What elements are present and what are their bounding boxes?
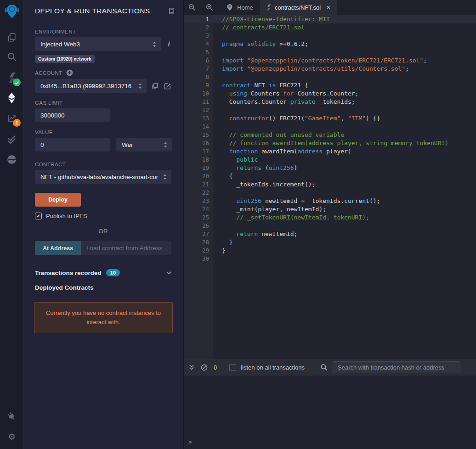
sidebar-item-plugin-manager[interactable] [0, 407, 23, 426]
icon-sidebar: 1 ⚙ [0, 0, 24, 449]
deploy-button[interactable]: Deploy [35, 193, 81, 207]
code-line: 16 // function awardItem(address player,… [184, 139, 476, 147]
sidebar-item-analytics[interactable]: 1 [0, 108, 23, 128]
search-icon [7, 52, 17, 62]
code-line: 22 [184, 189, 476, 197]
sidebar-item-search[interactable] [0, 47, 23, 67]
code-line: 15 // commented out unused variable [184, 131, 476, 139]
terminal-tx-count: 0 [214, 364, 217, 371]
terminal-prompt: > [188, 438, 192, 445]
tab-contracts-nft-sol[interactable]: contracts/NFT.sol ✕ [260, 0, 338, 15]
no-instances-alert: Currently you have no contract instances… [34, 302, 173, 333]
code-line: 20 { [184, 172, 476, 180]
gas-limit-label: GAS LIMIT [35, 100, 171, 106]
terminal-output[interactable]: > [184, 376, 476, 449]
select-caret-icon [163, 174, 167, 180]
code-line: 21 _tokenIds.increment(); [184, 180, 476, 189]
publish-checkbox[interactable]: ✔ [35, 213, 42, 219]
panel-title: DEPLOY & RUN TRANSACTIONS [35, 7, 150, 15]
select-caret-icon [153, 41, 156, 47]
code-line: 28 } [184, 238, 476, 247]
code-line: 3 [184, 32, 476, 40]
code-line: 10 using Counters for Counters.Counter; [184, 90, 476, 98]
code-line: 11 Counters.Counter private _tokenIds; [184, 98, 476, 106]
collapse-terminal-icon[interactable] [188, 364, 195, 370]
gas-limit-input[interactable] [35, 108, 110, 122]
transactions-recorded-row[interactable]: Transactions recorded 10 [35, 269, 171, 276]
code-line: 19 returns (uint256) [184, 164, 476, 172]
code-line: 1//SPDX-License-Identifier: MIT [184, 15, 476, 23]
gear-icon: ⚙ [8, 432, 16, 441]
code-line: 29} [184, 247, 476, 255]
check-icon [15, 80, 19, 85]
edit-account-icon[interactable] [164, 82, 171, 90]
close-tab-icon[interactable]: ✕ [326, 5, 330, 11]
code-line: 25 // _setTokenURI(newItemId, tokenURI); [184, 213, 476, 222]
at-address-button[interactable]: At Address [35, 241, 81, 255]
tab-home[interactable]: Home [220, 0, 260, 15]
code-line: 26 [184, 222, 476, 230]
contract-label: CONTRACT [35, 162, 171, 167]
code-line: 6import "@openzeppelin/contracts/token/E… [184, 56, 476, 65]
code-line: 8 [184, 73, 476, 81]
code-line: 13 constructor() ERC721("GameItem", "ITM… [184, 114, 476, 123]
plug-icon [4, 409, 19, 424]
account-select[interactable]: 0x845...B1aB3 (999992.3913716 [35, 79, 147, 93]
documentation-book-icon[interactable] [168, 7, 175, 15]
publish-checkbox-label: Publish to IPFS [46, 213, 87, 219]
code-line: 5 [184, 48, 476, 56]
account-label: ACCOUNT [35, 70, 62, 76]
select-caret-icon [164, 142, 167, 148]
zoom-out-icon[interactable] [188, 4, 196, 11]
code-line: 7import "@openzeppelin/contracts/utils/C… [184, 65, 476, 73]
network-badge: Custom (10920) network [35, 55, 95, 63]
listen-transactions-label: listen on all transactions [241, 364, 305, 371]
remix-ide-window: 1 ⚙ DEPLOY & RUN TRANSACTION [0, 0, 476, 449]
terminal-search-icon [320, 364, 328, 371]
sidebar-item-solidity-compiler[interactable] [0, 68, 23, 87]
remix-home-icon [226, 4, 233, 11]
debugger-icon [6, 154, 17, 165]
sidebar-item-file-explorer[interactable] [0, 28, 23, 47]
sidebar-item-debugger[interactable] [0, 150, 23, 169]
sidebar-item-settings[interactable]: ⚙ [0, 427, 23, 446]
code-line: 4pragma solidity >=0.6.2; [184, 40, 476, 48]
deploy-run-panel: DEPLOY & RUN TRANSACTIONS ENVIRONMENT In… [24, 0, 184, 449]
solidity-file-icon [266, 4, 271, 11]
clear-console-icon[interactable] [201, 364, 208, 371]
compiler-success-badge [13, 79, 21, 86]
code-line: 23 uint256 newItemId = _tokenIds.current… [184, 197, 476, 205]
transactions-recorded-label: Transactions recorded [35, 269, 102, 276]
zoom-in-icon[interactable] [206, 4, 213, 11]
select-caret-icon [138, 83, 142, 89]
code-line: 14 [184, 123, 476, 131]
at-address-input[interactable] [81, 241, 171, 255]
value-unit-select[interactable]: Wei [116, 138, 172, 152]
environment-info-icon[interactable]: i [165, 40, 171, 48]
publish-to-ipfs-row[interactable]: ✔ Publish to IPFS [35, 213, 171, 219]
file-explorer-icon [6, 32, 17, 43]
analytics-notification-badge: 1 [13, 119, 21, 127]
editor-area: Home contracts/NFT.sol ✕ 1//SPDX-License… [184, 0, 476, 449]
deploy-run-icon [6, 92, 18, 104]
terminal-search-input[interactable] [333, 361, 460, 373]
value-input[interactable] [35, 138, 110, 152]
chevron-down-icon[interactable] [166, 271, 171, 275]
sidebar-item-static-analysis[interactable] [0, 129, 23, 149]
code-line: 2// contracts/ERC721.sol [184, 23, 476, 32]
listen-transactions-checkbox[interactable] [229, 364, 236, 371]
code-line: 17 function awardItem(address player) [184, 147, 476, 156]
sidebar-item-deploy-run[interactable] [0, 88, 23, 107]
double-check-icon [6, 134, 17, 145]
copy-account-icon[interactable] [151, 82, 159, 90]
or-divider: OR [35, 228, 171, 235]
environment-select[interactable]: Injected Web3 [35, 37, 161, 51]
code-editor[interactable]: 1//SPDX-License-Identifier: MIT2// contr… [184, 15, 476, 359]
code-line: 18 public [184, 156, 476, 164]
code-line: 12 [184, 106, 476, 114]
add-account-icon[interactable] [66, 69, 73, 76]
value-label: VALUE [35, 129, 171, 135]
contract-select[interactable]: NFT - github/ava-labs/avalanche-smart-co… [35, 170, 171, 184]
remix-logo[interactable] [0, 2, 23, 22]
transactions-count-badge: 10 [106, 269, 120, 276]
